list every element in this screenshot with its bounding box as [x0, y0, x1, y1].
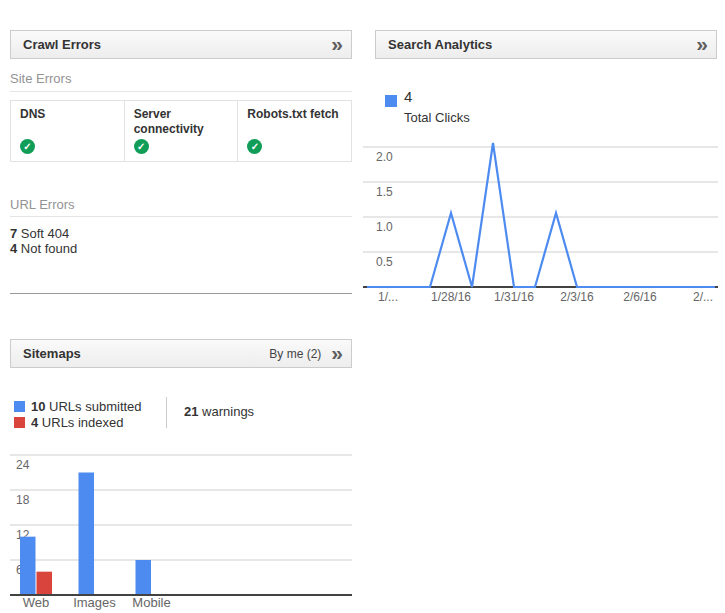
legend-row-submitted: 10 URLs submitted	[14, 398, 142, 414]
warnings-label: warnings	[202, 404, 254, 419]
expand-icon[interactable]: »	[696, 33, 708, 56]
sitemaps-title: Sitemaps	[23, 346, 81, 361]
y-axis-label: 18	[16, 493, 30, 507]
sitemaps-header[interactable]: Sitemaps By me (2) »	[10, 339, 352, 368]
y-axis-label: 2.0	[376, 150, 393, 164]
expand-icon[interactable]: »	[331, 33, 343, 56]
bar-submitted	[136, 560, 152, 595]
expand-icon[interactable]: »	[331, 342, 343, 365]
site-errors-table: DNS ✓ Server connectivity ✓ Robots.txt f…	[10, 100, 352, 162]
clicks-legend-swatch	[385, 95, 397, 107]
site-check-server-connectivity: Server connectivity ✓	[125, 101, 239, 161]
url-error-count: 4	[10, 241, 17, 256]
status-ok-icon: ✓	[247, 139, 262, 154]
warnings-text: 21 warnings	[184, 404, 254, 419]
search-analytics-header[interactable]: Search Analytics »	[375, 30, 717, 59]
url-errors-list: 7 Soft 404 4 Not found	[10, 226, 77, 256]
url-error-row: 7 Soft 404	[10, 226, 77, 241]
url-error-label: Not found	[21, 241, 77, 256]
by-me-label: By me (2)	[269, 347, 321, 361]
status-ok-icon: ✓	[20, 139, 35, 154]
site-errors-heading: Site Errors	[10, 71, 71, 86]
url-error-row: 4 Not found	[10, 241, 77, 256]
x-axis-label: Web	[23, 595, 50, 610]
sitemaps-legend: 10 URLs submitted 4 URLs indexed	[14, 398, 142, 430]
status-ok-icon: ✓	[134, 139, 149, 154]
bar-indexed	[37, 572, 53, 595]
site-check-robots-txt: Robots.txt fetch ✓	[238, 101, 351, 161]
legend-text: 4 URLs indexed	[31, 415, 124, 430]
y-axis-label: 24	[16, 458, 30, 472]
legend-divider	[166, 397, 167, 428]
submitted-legend-swatch	[14, 401, 25, 412]
legend-row-indexed: 4 URLs indexed	[14, 414, 142, 430]
warnings-count: 21	[184, 404, 198, 419]
y-axis-label: 1.5	[376, 185, 393, 199]
search-console-dashboard: Crawl Errors » Site Errors DNS ✓ Server …	[0, 0, 725, 613]
y-axis-label: 0.5	[376, 255, 393, 269]
clicks-line-chart[interactable]: 0.51.01.52.01/...1/28/161/31/162/3/162/6…	[363, 138, 718, 308]
url-error-count: 7	[10, 226, 17, 241]
bar-submitted	[79, 473, 95, 596]
clicks-series-line	[367, 143, 715, 287]
crawl-errors-header[interactable]: Crawl Errors »	[10, 30, 352, 59]
crawl-errors-title: Crawl Errors	[23, 37, 101, 52]
url-error-label: Soft 404	[21, 226, 69, 241]
site-check-label: Robots.txt fetch	[247, 107, 342, 122]
bar-submitted	[20, 537, 36, 595]
divider	[10, 91, 352, 92]
x-axis-label: 2/...	[693, 290, 713, 304]
y-axis-label: 1.0	[376, 220, 393, 234]
divider	[10, 216, 352, 217]
legend-text: 10 URLs submitted	[31, 399, 142, 414]
x-axis-label: 2/3/16	[560, 290, 594, 304]
x-axis-label: 2/6/16	[623, 290, 657, 304]
x-axis-label: 1/31/16	[494, 290, 534, 304]
sitemaps-bar-chart[interactable]: 6121824WebImagesMobile	[10, 450, 352, 613]
site-check-dns: DNS ✓	[11, 101, 125, 161]
x-axis-label: Images	[73, 595, 116, 610]
site-check-label: Server connectivity	[134, 107, 229, 137]
x-axis-label: 1/28/16	[431, 290, 471, 304]
section-divider	[10, 293, 352, 294]
total-clicks-label: Total Clicks	[404, 110, 470, 125]
search-analytics-title: Search Analytics	[388, 37, 492, 52]
url-errors-heading: URL Errors	[10, 197, 75, 212]
indexed-legend-swatch	[14, 417, 25, 428]
sitemaps-header-right: By me (2) »	[269, 342, 343, 365]
total-clicks-value: 4	[404, 88, 412, 105]
x-axis-label: Mobile	[132, 595, 170, 610]
x-axis-label: 1/...	[378, 290, 398, 304]
site-check-label: DNS	[20, 107, 115, 122]
